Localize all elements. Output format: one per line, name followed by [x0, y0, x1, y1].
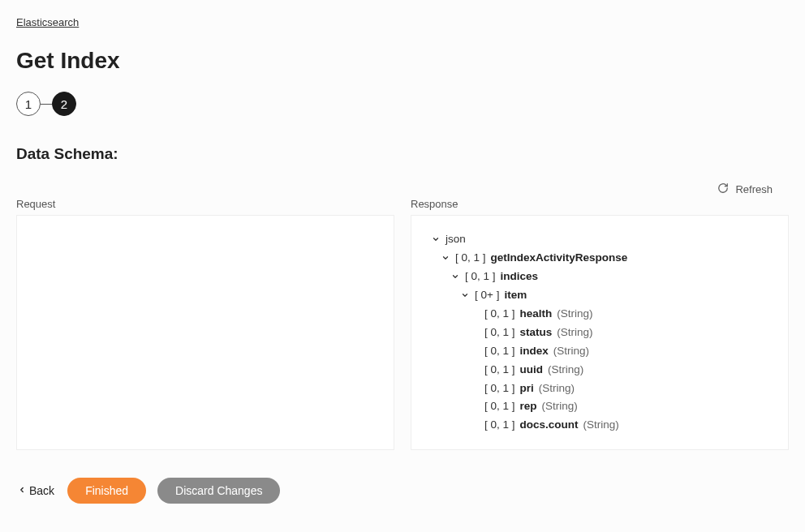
back-button[interactable]: Back [16, 479, 56, 502]
finished-button[interactable]: Finished [67, 478, 146, 504]
tree-leaf[interactable]: [ 0, 1 ]rep(String) [423, 397, 777, 416]
tree-leaf-range: [ 0, 1 ] [484, 305, 515, 324]
discard-button[interactable]: Discard Changes [157, 478, 280, 504]
stepper: 1 2 [16, 92, 789, 116]
tree-leaf-type: (String) [557, 324, 592, 342]
tree-node-name: indices [501, 268, 539, 286]
tree-leaf-range: [ 0, 1 ] [484, 380, 515, 398]
tree-leaf-range: [ 0, 1 ] [484, 397, 515, 416]
tree-leaf[interactable]: [ 0, 1 ]docs.count(String) [423, 416, 777, 435]
tree-leaf-name: status [520, 324, 553, 342]
tree-leaf-type: (String) [548, 361, 583, 380]
tree-node-l3[interactable]: [ 0+ ] item [423, 286, 777, 305]
response-label: Response [411, 198, 789, 210]
schema-tree: json [ 0, 1 ] getIndexActivityResponse [… [411, 216, 788, 446]
chevron-down-icon [431, 235, 441, 243]
tree-node-root[interactable]: json [423, 230, 777, 249]
page-title: Get Index [16, 48, 789, 74]
refresh-icon [717, 182, 729, 196]
tree-node-label: json [446, 230, 466, 249]
tree-node-range: [ 0, 1 ] [455, 249, 486, 268]
tree-leaf-range: [ 0, 1 ] [484, 361, 515, 380]
tree-leaf-type: (String) [542, 397, 578, 416]
tree-leaf[interactable]: [ 0, 1 ]health(String) [423, 305, 777, 324]
tree-leaf-name: docs.count [520, 416, 579, 435]
tree-leaf-name: health [520, 305, 553, 324]
chevron-down-icon [450, 272, 460, 281]
refresh-button[interactable]: Refresh [717, 182, 773, 196]
request-panel [16, 215, 394, 450]
tree-leaf-type: (String) [539, 380, 575, 398]
tree-node-l2[interactable]: [ 0, 1 ] indices [423, 268, 777, 286]
tree-node-name: item [504, 286, 527, 305]
tree-node-range: [ 0, 1 ] [465, 268, 496, 286]
tree-leaf-range: [ 0, 1 ] [484, 324, 515, 342]
tree-leaf[interactable]: [ 0, 1 ]status(String) [423, 324, 777, 342]
back-label: Back [29, 484, 54, 497]
tree-leaf-type: (String) [553, 342, 589, 361]
tree-leaf-type: (String) [583, 416, 619, 435]
step-connector [41, 104, 52, 105]
step-2[interactable]: 2 [52, 92, 76, 116]
tree-leaf-name: index [520, 342, 549, 361]
refresh-label: Refresh [735, 183, 773, 195]
tree-node-l1[interactable]: [ 0, 1 ] getIndexActivityResponse [423, 249, 777, 268]
breadcrumb-link[interactable]: Elasticsearch [16, 16, 79, 28]
tree-leaf-type: (String) [557, 305, 592, 324]
chevron-down-icon [460, 291, 470, 299]
chevron-left-icon [18, 484, 26, 497]
request-label: Request [16, 198, 394, 210]
tree-leaf-range: [ 0, 1 ] [484, 416, 515, 435]
step-1[interactable]: 1 [16, 92, 41, 116]
tree-node-range: [ 0+ ] [475, 286, 499, 305]
tree-leaf-name: rep [520, 397, 537, 416]
tree-leaf[interactable]: [ 0, 1 ]pri(String) [423, 380, 777, 398]
tree-node-name: getIndexActivityResponse [491, 249, 628, 268]
tree-leaf-name: pri [520, 380, 534, 398]
tree-leaf-name: uuid [520, 361, 544, 380]
tree-leaf-range: [ 0, 1 ] [484, 342, 515, 361]
tree-leaf[interactable]: [ 0, 1 ]uuid(String) [423, 361, 777, 380]
response-panel: json [ 0, 1 ] getIndexActivityResponse [… [411, 215, 789, 450]
section-title: Data Schema: [16, 145, 789, 163]
chevron-down-icon [441, 254, 450, 262]
tree-leaf[interactable]: [ 0, 1 ]index(String) [423, 342, 777, 361]
